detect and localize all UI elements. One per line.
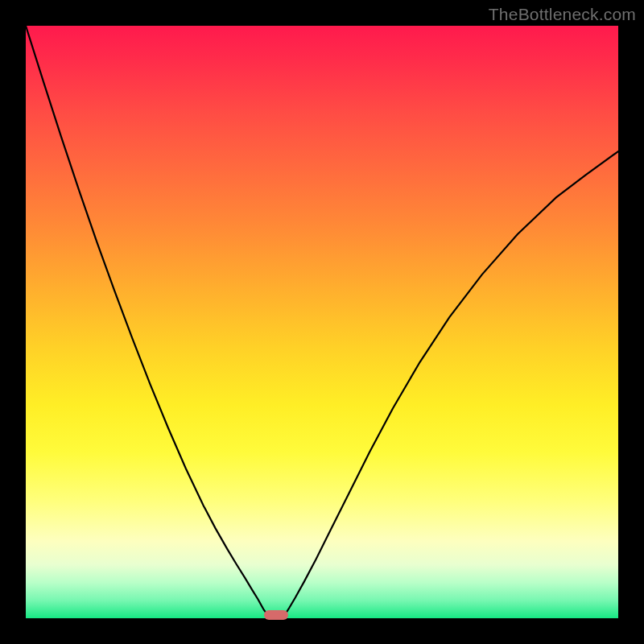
optimum-marker [264,610,288,620]
chart-frame: TheBottleneck.com [0,0,644,644]
watermark-text: TheBottleneck.com [489,5,636,24]
bottleneck-curve [26,26,618,618]
plot-area [26,26,618,618]
